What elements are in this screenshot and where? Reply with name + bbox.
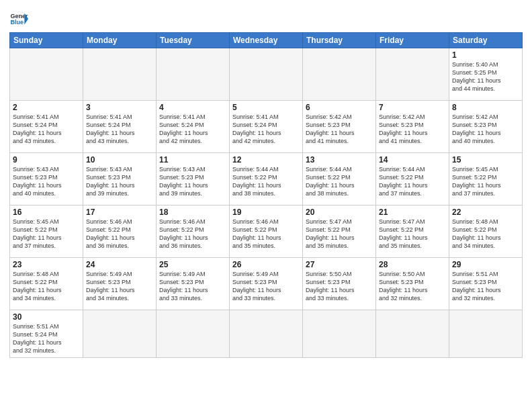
calendar-cell: 11Sunrise: 5:43 AM Sunset: 5:23 PM Dayli…	[157, 153, 230, 205]
day-info: Sunrise: 5:45 AM Sunset: 5:22 PM Dayligh…	[13, 218, 80, 250]
day-info: Sunrise: 5:45 AM Sunset: 5:22 PM Dayligh…	[452, 165, 519, 198]
calendar-cell	[449, 310, 523, 358]
day-info: Sunrise: 5:43 AM Sunset: 5:23 PM Dayligh…	[159, 165, 226, 198]
calendar-cell: 5Sunrise: 5:41 AM Sunset: 5:24 PM Daylig…	[230, 101, 303, 153]
header: General Blue	[9, 7, 523, 28]
calendar-cell: 27Sunrise: 5:50 AM Sunset: 5:23 PM Dayli…	[303, 258, 376, 310]
calendar-cell: 10Sunrise: 5:43 AM Sunset: 5:23 PM Dayli…	[83, 153, 157, 205]
day-info: Sunrise: 5:48 AM Sunset: 5:22 PM Dayligh…	[13, 270, 80, 303]
calendar-cell: 7Sunrise: 5:42 AM Sunset: 5:23 PM Daylig…	[376, 101, 449, 153]
calendar-cell: 20Sunrise: 5:47 AM Sunset: 5:22 PM Dayli…	[303, 205, 376, 258]
logo: General Blue	[9, 9, 28, 28]
day-number: 9	[13, 155, 80, 165]
weekday-header-tuesday: Tuesday	[157, 33, 230, 48]
day-info: Sunrise: 5:47 AM Sunset: 5:22 PM Dayligh…	[379, 218, 446, 250]
calendar-cell: 13Sunrise: 5:44 AM Sunset: 5:22 PM Dayli…	[303, 153, 376, 205]
day-number: 5	[232, 103, 300, 112]
day-info: Sunrise: 5:49 AM Sunset: 5:23 PM Dayligh…	[232, 270, 300, 303]
calendar-cell: 24Sunrise: 5:49 AM Sunset: 5:23 PM Dayli…	[83, 258, 157, 310]
weekday-header-row: SundayMondayTuesdayWednesdayThursdayFrid…	[10, 33, 523, 48]
calendar-cell: 18Sunrise: 5:46 AM Sunset: 5:22 PM Dayli…	[157, 205, 230, 258]
calendar-cell	[157, 48, 230, 101]
day-info: Sunrise: 5:40 AM Sunset: 5:25 PM Dayligh…	[452, 60, 519, 93]
calendar-cell: 26Sunrise: 5:49 AM Sunset: 5:23 PM Dayli…	[230, 258, 303, 310]
calendar-cell	[83, 48, 157, 101]
day-number: 7	[379, 103, 446, 112]
weekday-header-wednesday: Wednesday	[230, 33, 303, 48]
day-number: 20	[306, 208, 373, 217]
day-info: Sunrise: 5:44 AM Sunset: 5:22 PM Dayligh…	[306, 165, 373, 198]
day-number: 28	[379, 260, 446, 269]
day-info: Sunrise: 5:48 AM Sunset: 5:22 PM Dayligh…	[452, 218, 519, 250]
day-number: 2	[13, 103, 80, 112]
day-number: 13	[306, 155, 373, 165]
calendar-cell: 4Sunrise: 5:41 AM Sunset: 5:24 PM Daylig…	[157, 101, 230, 153]
calendar-cell: 22Sunrise: 5:48 AM Sunset: 5:22 PM Dayli…	[449, 205, 523, 258]
calendar-table: SundayMondayTuesdayWednesdayThursdayFrid…	[9, 32, 523, 358]
day-number: 6	[306, 103, 373, 112]
day-info: Sunrise: 5:44 AM Sunset: 5:22 PM Dayligh…	[232, 165, 300, 198]
day-info: Sunrise: 5:42 AM Sunset: 5:23 PM Dayligh…	[306, 113, 373, 146]
day-number: 3	[86, 103, 153, 112]
calendar-cell: 6Sunrise: 5:42 AM Sunset: 5:23 PM Daylig…	[303, 101, 376, 153]
day-number: 8	[452, 103, 519, 112]
day-number: 24	[86, 260, 153, 269]
day-number: 25	[159, 260, 226, 269]
day-info: Sunrise: 5:41 AM Sunset: 5:24 PM Dayligh…	[159, 113, 226, 146]
calendar-cell	[303, 48, 376, 101]
weekday-header-saturday: Saturday	[449, 33, 523, 48]
weekday-header-sunday: Sunday	[10, 33, 83, 48]
day-info: Sunrise: 5:41 AM Sunset: 5:24 PM Dayligh…	[13, 113, 80, 146]
calendar-week-row: 16Sunrise: 5:45 AM Sunset: 5:22 PM Dayli…	[10, 205, 523, 258]
day-info: Sunrise: 5:41 AM Sunset: 5:24 PM Dayligh…	[232, 113, 300, 146]
calendar-cell	[230, 48, 303, 101]
day-info: Sunrise: 5:44 AM Sunset: 5:22 PM Dayligh…	[379, 165, 446, 198]
calendar-cell: 21Sunrise: 5:47 AM Sunset: 5:22 PM Dayli…	[376, 205, 449, 258]
calendar-cell	[157, 310, 230, 358]
day-info: Sunrise: 5:41 AM Sunset: 5:24 PM Dayligh…	[86, 113, 153, 146]
calendar-cell: 16Sunrise: 5:45 AM Sunset: 5:22 PM Dayli…	[10, 205, 83, 258]
calendar-cell: 3Sunrise: 5:41 AM Sunset: 5:24 PM Daylig…	[83, 101, 157, 153]
calendar-cell: 28Sunrise: 5:50 AM Sunset: 5:23 PM Dayli…	[376, 258, 449, 310]
day-number: 19	[232, 208, 300, 217]
day-info: Sunrise: 5:50 AM Sunset: 5:23 PM Dayligh…	[379, 270, 446, 303]
calendar-cell: 29Sunrise: 5:51 AM Sunset: 5:23 PM Dayli…	[449, 258, 523, 310]
day-number: 4	[159, 103, 226, 112]
weekday-header-monday: Monday	[83, 33, 157, 48]
day-number: 26	[232, 260, 300, 269]
day-info: Sunrise: 5:42 AM Sunset: 5:23 PM Dayligh…	[379, 113, 446, 146]
day-info: Sunrise: 5:51 AM Sunset: 5:23 PM Dayligh…	[452, 270, 519, 303]
day-info: Sunrise: 5:51 AM Sunset: 5:24 PM Dayligh…	[13, 322, 80, 355]
day-info: Sunrise: 5:47 AM Sunset: 5:22 PM Dayligh…	[306, 218, 373, 250]
day-number: 30	[13, 312, 80, 322]
day-number: 23	[13, 260, 80, 269]
calendar-week-row: 2Sunrise: 5:41 AM Sunset: 5:24 PM Daylig…	[10, 101, 523, 153]
calendar-cell	[83, 310, 157, 358]
day-number: 12	[232, 155, 300, 165]
calendar-cell: 8Sunrise: 5:42 AM Sunset: 5:23 PM Daylig…	[449, 101, 523, 153]
svg-text:Blue: Blue	[10, 19, 24, 26]
calendar-cell	[10, 48, 83, 101]
calendar-cell: 30Sunrise: 5:51 AM Sunset: 5:24 PM Dayli…	[10, 310, 83, 358]
weekday-header-thursday: Thursday	[303, 33, 376, 48]
day-number: 18	[159, 208, 226, 217]
calendar-cell: 17Sunrise: 5:46 AM Sunset: 5:22 PM Dayli…	[83, 205, 157, 258]
day-info: Sunrise: 5:42 AM Sunset: 5:23 PM Dayligh…	[452, 113, 519, 146]
day-number: 22	[452, 208, 519, 217]
day-info: Sunrise: 5:46 AM Sunset: 5:22 PM Dayligh…	[159, 218, 226, 250]
calendar-cell: 23Sunrise: 5:48 AM Sunset: 5:22 PM Dayli…	[10, 258, 83, 310]
day-info: Sunrise: 5:50 AM Sunset: 5:23 PM Dayligh…	[306, 270, 373, 303]
calendar-week-row: 1Sunrise: 5:40 AM Sunset: 5:25 PM Daylig…	[10, 48, 523, 101]
day-info: Sunrise: 5:46 AM Sunset: 5:22 PM Dayligh…	[232, 218, 300, 250]
day-info: Sunrise: 5:49 AM Sunset: 5:23 PM Dayligh…	[86, 270, 153, 303]
calendar-cell	[376, 48, 449, 101]
calendar-cell: 19Sunrise: 5:46 AM Sunset: 5:22 PM Dayli…	[230, 205, 303, 258]
logo-icon: General Blue	[9, 9, 28, 28]
day-number: 11	[159, 155, 226, 165]
calendar-cell: 9Sunrise: 5:43 AM Sunset: 5:23 PM Daylig…	[10, 153, 83, 205]
day-number: 17	[86, 208, 153, 217]
page: General Blue SundayMondayTuesdayWednesda…	[0, 0, 532, 411]
day-number: 15	[452, 155, 519, 165]
calendar-cell	[230, 310, 303, 358]
day-number: 14	[379, 155, 446, 165]
